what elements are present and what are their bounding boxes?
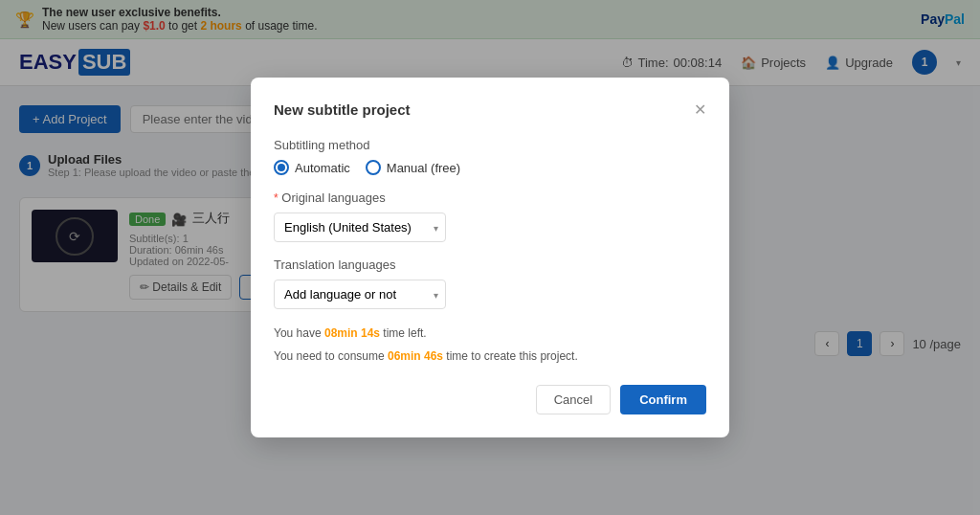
manual-option[interactable]: Manual (free) — [366, 160, 460, 175]
modal-overlay: New subtitle project ✕ Subtitling method… — [0, 0, 980, 375]
modal-close-button[interactable]: ✕ — [694, 101, 706, 119]
time-left-info: You have 08min 14s time left. — [274, 325, 706, 343]
time-left-value: 08min 14s — [324, 326, 380, 340]
subtitling-method-section: Subtitling method Automatic Manual (free… — [274, 138, 706, 175]
translation-language-select[interactable]: Add language or not — [274, 280, 446, 309]
consume-value: 06min 46s — [388, 349, 443, 363]
modal-title: New subtitle project — [274, 101, 411, 118]
consume-info: You need to consume 06min 46s time to cr… — [274, 347, 706, 366]
automatic-option[interactable]: Automatic — [274, 160, 350, 175]
translation-languages-label: Translation languages — [274, 258, 706, 272]
info-section: You have 08min 14s time left. You need t… — [274, 325, 706, 365]
modal: New subtitle project ✕ Subtitling method… — [251, 78, 729, 375]
original-languages-section: * Original languages English (United Sta… — [274, 190, 706, 242]
subtitling-method-label: Subtitling method — [274, 138, 706, 152]
subtitling-method-radio-group: Automatic Manual (free) — [274, 160, 706, 175]
automatic-radio[interactable] — [274, 160, 289, 175]
translation-languages-section: Translation languages Add language or no… — [274, 258, 706, 309]
original-languages-label: * Original languages — [274, 190, 706, 205]
required-star: * — [274, 191, 278, 205]
original-language-select-wrapper: English (United States) ▾ — [274, 213, 446, 242]
original-language-select[interactable]: English (United States) — [274, 213, 446, 242]
modal-header: New subtitle project ✕ — [274, 101, 706, 119]
translation-language-select-wrapper: Add language or not ▾ — [274, 280, 446, 309]
manual-radio[interactable] — [366, 160, 381, 175]
